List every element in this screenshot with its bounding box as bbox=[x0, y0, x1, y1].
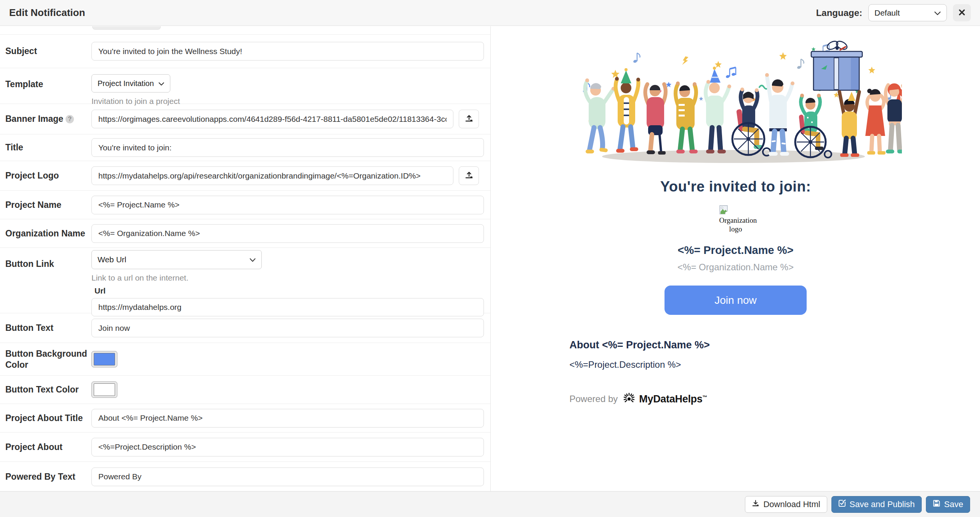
celebration-illustration bbox=[570, 34, 902, 168]
button-text-color-picker[interactable] bbox=[91, 381, 117, 398]
button-background-color-row: Button Background Color bbox=[0, 343, 490, 376]
preview-headline: You're invited to join: bbox=[570, 179, 902, 195]
template-label: Template bbox=[5, 74, 91, 90]
preview-project-name: <%= Project.Name %> bbox=[570, 244, 902, 257]
trademark-symbol: ™ bbox=[703, 394, 708, 400]
project-name-label: Project Name bbox=[5, 199, 91, 211]
footer-action-bar: Download Html Save and Publish Save bbox=[0, 491, 980, 517]
powered-by-label: Powered by bbox=[570, 394, 618, 404]
template-row: Template Project Invitation Invitation t… bbox=[0, 68, 490, 104]
mydatahelps-brand-name: MyDataHelps™ bbox=[639, 393, 707, 405]
email-preview-content: You're invited to join: Organization log… bbox=[570, 26, 902, 407]
email-preview-panel: You're invited to join: Organization log… bbox=[491, 26, 980, 491]
page-title: Edit Notification bbox=[9, 7, 85, 19]
download-html-button[interactable]: Download Html bbox=[745, 496, 827, 513]
template-select[interactable]: Project Invitation bbox=[91, 74, 170, 93]
organization-name-row: Organization Name bbox=[0, 219, 490, 248]
button-text-color-label: Button Text Color bbox=[5, 384, 91, 395]
partial-cutoff-control bbox=[92, 26, 161, 30]
button-link-select-value: Web Url bbox=[98, 255, 126, 264]
notification-form-panel: Subject Template Project Invitation Invi… bbox=[0, 26, 491, 491]
save-and-publish-button[interactable]: Save and Publish bbox=[831, 496, 922, 513]
mydatahelps-logo-icon bbox=[622, 391, 636, 407]
organization-name-label: Organization Name bbox=[5, 228, 91, 239]
button-background-color-picker[interactable] bbox=[91, 351, 117, 367]
language-select[interactable]: Default bbox=[868, 4, 947, 21]
language-select-value: Default bbox=[874, 8, 900, 18]
button-text-row: Button Text bbox=[0, 313, 490, 343]
button-text-input[interactable] bbox=[91, 319, 484, 337]
banner-image-label: Banner Image? bbox=[5, 113, 91, 124]
url-input[interactable] bbox=[91, 298, 484, 316]
powered-by-row: Powered by MyDataHelps™ bbox=[570, 391, 902, 407]
project-about-label: Project About bbox=[5, 442, 91, 453]
language-label: Language: bbox=[816, 8, 862, 18]
chevron-down-icon bbox=[250, 255, 256, 264]
preview-about-title: About <%= Project.Name %> bbox=[570, 339, 902, 351]
button-background-color-swatch bbox=[94, 353, 115, 365]
template-select-value: Project Invitation bbox=[98, 79, 154, 88]
organization-name-input[interactable] bbox=[91, 224, 484, 243]
scrolled-partial-row bbox=[0, 26, 490, 35]
header: Edit Notification Language: Default bbox=[0, 0, 980, 26]
preview-organization-name: <%= Organization.Name %> bbox=[570, 262, 902, 273]
title-label: Title bbox=[5, 142, 91, 153]
title-row: Title bbox=[0, 134, 490, 161]
header-actions: Language: Default bbox=[816, 4, 971, 21]
download-icon bbox=[752, 499, 759, 509]
button-link-label: Button Link bbox=[5, 250, 91, 270]
close-icon bbox=[959, 9, 965, 17]
preview-join-button[interactable]: Join now bbox=[665, 286, 807, 315]
organization-logo-placeholder: Organization logo bbox=[719, 205, 752, 233]
powered-by-text-input[interactable] bbox=[91, 468, 484, 486]
banner-upload-button[interactable] bbox=[459, 110, 479, 128]
preview-about-body: <%=Project.Description %> bbox=[570, 359, 902, 370]
project-about-title-label: Project About Title bbox=[5, 413, 91, 424]
close-button[interactable] bbox=[953, 4, 971, 21]
subject-input[interactable] bbox=[91, 42, 484, 61]
project-about-title-input[interactable] bbox=[91, 409, 484, 428]
save-icon bbox=[933, 499, 940, 509]
button-background-color-label: Button Background Color bbox=[5, 348, 91, 370]
banner-image-row: Banner Image? bbox=[0, 104, 490, 134]
project-about-row: Project About bbox=[0, 432, 490, 462]
powered-by-text-row: Powered By Text bbox=[0, 462, 490, 491]
upload-icon bbox=[465, 171, 473, 180]
organization-logo-alt-text: Organization logo bbox=[719, 216, 757, 233]
powered-by-text-label: Powered By Text bbox=[5, 471, 91, 482]
project-name-row: Project Name bbox=[0, 191, 490, 219]
banner-image-input[interactable] bbox=[91, 110, 453, 128]
button-text-color-row: Button Text Color bbox=[0, 376, 490, 404]
project-logo-row: Project Logo bbox=[0, 161, 490, 191]
logo-upload-button[interactable] bbox=[459, 166, 479, 185]
upload-icon bbox=[465, 114, 473, 124]
check-square-icon bbox=[838, 499, 846, 509]
project-logo-label: Project Logo bbox=[5, 170, 91, 181]
url-label: Url bbox=[94, 287, 484, 295]
chevron-down-icon bbox=[934, 8, 941, 18]
title-input[interactable] bbox=[91, 138, 484, 157]
button-text-label: Button Text bbox=[5, 322, 91, 333]
project-about-input[interactable] bbox=[91, 438, 484, 456]
save-button[interactable]: Save bbox=[926, 496, 970, 513]
button-text-color-swatch bbox=[94, 383, 115, 396]
template-helper-text: Invitation to join a project bbox=[91, 97, 180, 105]
button-link-select[interactable]: Web Url bbox=[91, 250, 262, 269]
project-logo-input[interactable] bbox=[91, 166, 453, 185]
project-about-title-row: Project About Title bbox=[0, 404, 490, 432]
button-link-helper-text: Link to a url on the internet. bbox=[91, 274, 484, 282]
broken-image-icon bbox=[719, 205, 728, 216]
help-icon[interactable]: ? bbox=[66, 115, 74, 123]
chevron-down-icon bbox=[159, 79, 164, 88]
subject-row: Subject bbox=[0, 35, 490, 68]
subject-label: Subject bbox=[5, 46, 91, 57]
button-link-row: Button Link Web Url Link to a url on the… bbox=[0, 248, 490, 313]
project-name-input[interactable] bbox=[91, 196, 484, 214]
